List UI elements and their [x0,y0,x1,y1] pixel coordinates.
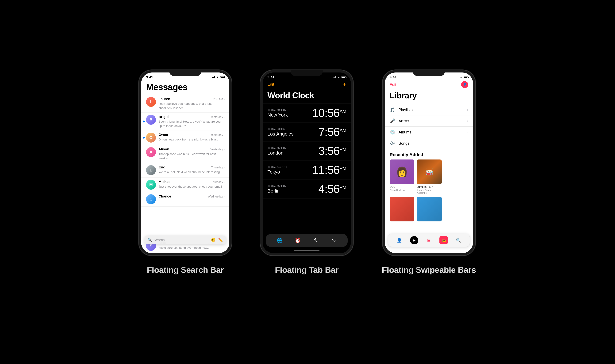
compose-icon[interactable]: ✏️ [218,238,223,242]
msg-name: Lauren [159,97,170,101]
wifi-icon: ▲ [460,76,462,79]
album-art-jumpin: 🥁 [417,159,442,184]
tab-timer[interactable]: ⏲ [330,236,338,245]
clock-item-tokyo: Today, +13HRS Tokyo 11:56PM [263,160,351,180]
avatar-michael: M [146,180,156,190]
library-item-albums[interactable]: 💿 Albums › [385,127,473,138]
msg-preview: Make sure you send over those new... [159,246,225,250]
msg-name: Brigid [159,115,169,119]
wifi-icon: ▲ [216,76,219,79]
clock-city: Los Angeles [267,131,294,137]
message-item-michael[interactable]: M Michael Thursday › Just shot over tho [141,178,229,192]
library-item-playlists[interactable]: 🎵 Playlists › [385,104,473,116]
playlists-icon: 🎵 [390,107,395,112]
msg-time: Yesterday › [210,148,225,151]
msg-time: Wednesday › [208,195,225,198]
music-library-list: 🎵 Playlists › 🎤 Artists › 💿 Albums [385,104,473,149]
msg-preview: Been a long time! How are you? What are … [159,120,225,128]
tab-alarm[interactable]: ⏰ [294,236,302,245]
msg-preview: I can't believe that happened, that's ju… [159,102,225,110]
tab-search[interactable]: 🔍 [454,236,463,244]
msg-name: Michael [159,180,171,184]
library-item-label: Artists [399,119,464,123]
message-item-lauren[interactable]: L Lauren 9:35 AM › I can't believe that [141,95,229,113]
clock-offset: Today, +5HRS [267,146,286,150]
music-phone-wrapper: 9:41 ▲ [382,70,476,275]
album-item-3[interactable] [390,197,414,222]
album-grid: 👩 SOUR Olivia Rodrigo 🥁 Jump In - EP Ato… [385,159,473,222]
tab-stopwatch[interactable]: ⏱ [312,236,320,245]
avatar-chance: C [146,194,156,204]
album-item-4[interactable] [417,197,442,222]
artists-icon: 🎤 [390,118,395,124]
avatar-brigid: B [146,115,156,125]
floating-music-bar: 👤 ▶ ⊞ 📻 🔍 [388,234,470,247]
clock-time: 11:56PM [312,163,346,176]
floating-search-bar[interactable]: 🔍 Search 😊 ✏️ [144,235,226,244]
status-icons: ▲ [333,76,346,79]
clock-header: Edit + [263,80,351,91]
library-item-label: Playlists [399,108,464,112]
msg-name: Chance [159,194,171,198]
wifi-icon: ▲ [337,76,340,79]
status-icons: ▲ [455,76,468,79]
search-placeholder: Search [154,238,165,242]
msg-time: 9:35 AM › [213,98,225,101]
avatar-owen: O [146,133,156,143]
recently-added-title: Recently Added [385,149,473,159]
msg-time: Thursday › [211,166,225,169]
main-scene: 9:41 ▲ [139,70,476,294]
tab-profile[interactable]: 👤 [395,236,403,244]
search-icon: 🔍 [147,238,152,242]
clock-phone: 9:41 ▲ [260,70,353,255]
messages-phone: 9:41 ▲ [139,70,232,255]
home-indicator [173,250,198,251]
clock-time: 4:56PM [318,182,346,195]
avatar-alison: A [146,147,156,157]
messages-screen: 9:41 ▲ [141,72,229,253]
album-art-4 [417,197,442,221]
msg-preview: On our way back from the trip, it was a … [159,137,225,142]
music-header: Edit 👤 [385,80,473,91]
status-time: 9:41 [146,75,153,79]
clock-phone-wrapper: 9:41 ▲ [260,70,353,275]
emoji-icon[interactable]: 😊 [211,238,216,242]
library-item-songs[interactable]: 🎶 Songs › [385,138,473,149]
notch [413,70,445,76]
message-list: L Lauren 9:35 AM › I can't believe that [141,95,229,207]
album-item-sour[interactable]: 👩 SOUR Olivia Rodrigo [390,159,414,194]
tab-radio[interactable]: 📻 [440,236,448,244]
tab-now-playing[interactable]: ▶ [410,236,418,244]
clock-add-button[interactable]: + [343,81,346,87]
clock-time: 7:56AM [318,125,346,138]
msg-name: Alison [159,147,169,151]
clock-item-newyork: Today, +0HRS New York 10:56AM [263,104,351,122]
msg-preview: We're all set. Next week should be inter… [159,170,225,174]
message-item-owen[interactable]: O Owen Yesterday › On our way back from [141,130,229,145]
battery-icon [342,76,346,78]
album-item-jumpin[interactable]: 🥁 Jump In - EP Atomic Drum Assembly [417,159,442,194]
music-screen: 9:41 ▲ [385,72,473,253]
music-avatar-button[interactable]: 👤 [461,81,468,88]
message-item-chance[interactable]: C Chance Wednesday › [141,192,229,207]
floating-tab-bar: 🌐 ⏰ ⏱ ⏲ [266,234,348,247]
msg-time: Yesterday › [210,116,225,119]
clock-edit-button[interactable]: Edit [267,82,274,87]
signal-icon [455,76,458,78]
msg-preview: Just shot over those updates, check your… [159,184,225,189]
chevron-right-icon: › [467,142,468,145]
tab-world-clock[interactable]: 🌐 [276,236,284,245]
songs-icon: 🎶 [390,141,395,146]
messages-title: Messages [141,80,229,95]
message-item-alison[interactable]: A Alison Yesterday › That episode was n [141,145,229,163]
clock-title: World Clock [263,91,351,103]
message-item-brigid[interactable]: B Brigid Yesterday › Been a long time! [141,113,229,130]
tab-library[interactable]: ⊞ [425,236,433,244]
message-item-eric[interactable]: E Eric Thursday › We're all set. Next w [141,163,229,178]
library-item-artists[interactable]: 🎤 Artists › [385,116,473,127]
clock-item-berlin: Today, +6HRS Berlin 4:56PM [263,180,351,198]
chevron-right-icon: › [467,130,468,134]
signal-icon [211,76,215,78]
music-edit-button[interactable]: Edit [390,82,396,87]
album-name: Jump In - EP [417,185,442,189]
